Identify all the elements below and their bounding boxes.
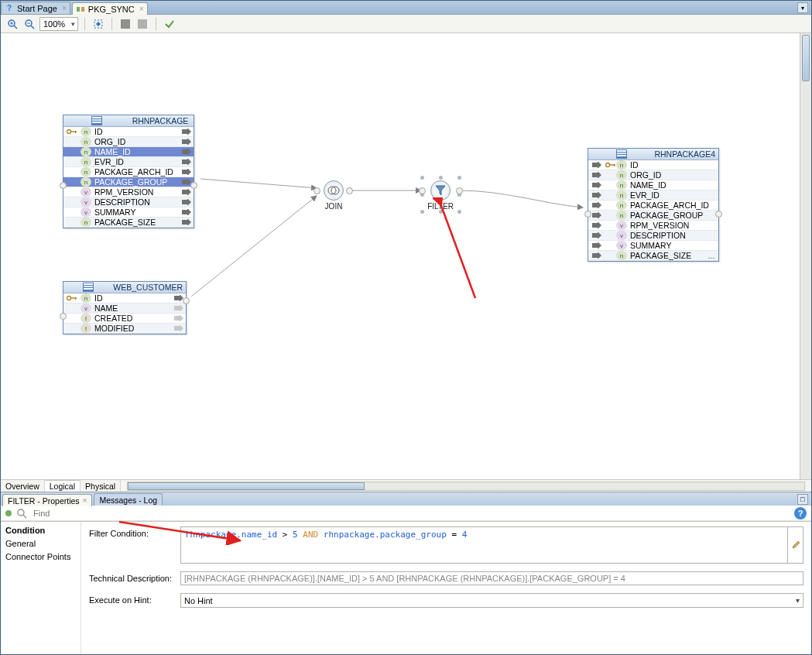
svg-line-7 bbox=[31, 26, 34, 29]
scrollbar-thumb[interactable] bbox=[802, 35, 810, 81]
column-row[interactable]: vDESCRIPTION bbox=[588, 231, 718, 241]
zoom-level-select[interactable]: 100% bbox=[39, 17, 78, 31]
input-arrow-icon bbox=[588, 182, 605, 188]
column-row[interactable]: nPACKAGE_GROUP bbox=[63, 177, 194, 187]
panel-tab-filter-properties[interactable]: FILTER - Properties× bbox=[2, 494, 92, 506]
column-name: EVR_ID bbox=[630, 190, 718, 200]
source-table-rhnpackage[interactable]: RHNPACKAGE nIDnORG_IDnNAME_IDnEVR_IDnPAC… bbox=[63, 115, 194, 228]
input-port[interactable] bbox=[584, 211, 591, 218]
column-row[interactable]: nID bbox=[588, 160, 718, 170]
view-tab-physical[interactable]: Physical bbox=[81, 480, 121, 492]
column-row[interactable]: nPACKAGE_ARCH_ID bbox=[588, 201, 718, 211]
find-input[interactable] bbox=[32, 507, 790, 520]
filter-output-port[interactable] bbox=[456, 187, 463, 194]
svg-rect-22 bbox=[84, 288, 93, 290]
view-tab-overview[interactable]: Overview bbox=[1, 480, 45, 492]
validate-button[interactable] bbox=[163, 17, 176, 31]
column-row[interactable]: nNAME_ID bbox=[63, 147, 194, 157]
column-row[interactable]: tMODIFIED bbox=[63, 324, 186, 334]
column-row[interactable]: nEVR_ID bbox=[588, 190, 718, 201]
datatype-icon: n bbox=[81, 147, 91, 156]
horizontal-scrollbar[interactable] bbox=[127, 482, 805, 491]
input-port[interactable] bbox=[60, 313, 67, 320]
column-row[interactable]: nID bbox=[63, 293, 186, 303]
output-arrow-icon bbox=[180, 149, 194, 155]
table-title: RHNPACKAGE4 bbox=[654, 149, 715, 159]
technical-description-field bbox=[180, 571, 803, 585]
execute-on-hint-select[interactable]: No Hint bbox=[180, 593, 803, 608]
column-row[interactable]: nID bbox=[63, 127, 194, 137]
output-arrow-icon bbox=[172, 305, 186, 311]
vertical-scrollbar[interactable] bbox=[800, 33, 811, 479]
column-row[interactable]: nPACKAGE_SIZE bbox=[63, 218, 194, 228]
input-port[interactable] bbox=[60, 182, 67, 189]
restore-panel-button[interactable]: □ bbox=[797, 494, 808, 505]
category-condition[interactable]: Condition bbox=[5, 525, 76, 536]
column-name: SUMMARY bbox=[630, 241, 718, 250]
output-arrow-icon bbox=[180, 159, 194, 165]
mapping-canvas[interactable]: RHNPACKAGE nIDnORG_IDnNAME_IDnEVR_IDnPAC… bbox=[1, 33, 811, 479]
fit-to-window-button[interactable] bbox=[91, 17, 105, 31]
tab-start-page[interactable]: ? Start Page × bbox=[1, 2, 70, 14]
close-icon[interactable]: × bbox=[139, 5, 144, 13]
datatype-icon: t bbox=[81, 314, 91, 323]
join-output-port[interactable] bbox=[346, 187, 353, 194]
category-general[interactable]: General bbox=[5, 538, 76, 549]
filter-operator[interactable]: FILTER bbox=[425, 180, 456, 211]
column-row[interactable]: vNAME bbox=[63, 303, 186, 314]
tab-list-dropdown[interactable]: ▾ bbox=[797, 2, 808, 13]
zoom-in-button[interactable] bbox=[5, 17, 19, 31]
column-row[interactable]: nORG_ID bbox=[63, 137, 194, 147]
column-list: nIDnORG_IDnNAME_IDnEVR_IDnPACKAGE_ARCH_I… bbox=[588, 160, 718, 261]
column-name: PACKAGE_SIZE bbox=[94, 218, 180, 227]
datatype-icon: t bbox=[81, 324, 91, 333]
column-row[interactable]: nEVR_ID bbox=[63, 157, 194, 167]
view-tab-logical[interactable]: Logical bbox=[45, 480, 81, 492]
column-row[interactable]: nNAME_ID bbox=[588, 180, 718, 190]
join-input-port[interactable] bbox=[313, 187, 320, 194]
help-button[interactable]: ? bbox=[794, 507, 807, 520]
input-arrow-icon bbox=[588, 202, 605, 208]
close-icon[interactable]: × bbox=[62, 4, 67, 12]
output-port[interactable] bbox=[183, 297, 190, 304]
column-row[interactable]: tCREATED bbox=[63, 314, 186, 324]
expression-editor-button[interactable] bbox=[788, 526, 803, 564]
column-row[interactable]: nORG_ID bbox=[588, 170, 718, 180]
expand-all-button[interactable] bbox=[118, 17, 132, 31]
datatype-icon: n bbox=[616, 211, 627, 220]
column-row[interactable]: nPACKAGE_ARCH_ID bbox=[63, 167, 194, 177]
help-icon: ? bbox=[5, 4, 14, 13]
column-row[interactable]: vRPM_VERSION bbox=[63, 187, 194, 197]
more-indicator[interactable]: ... bbox=[704, 251, 718, 260]
column-row[interactable]: nPACKAGE_GROUP bbox=[588, 211, 718, 221]
filter-condition-editor[interactable]: rhnpackage.name_id > 5 AND rhnpackage.pa… bbox=[180, 526, 788, 564]
zoom-out-button[interactable] bbox=[22, 17, 36, 31]
svg-rect-15 bbox=[92, 122, 101, 123]
mapping-icon bbox=[76, 5, 85, 14]
panel-tab-messages-log[interactable]: Messages - Log bbox=[94, 493, 163, 506]
datatype-icon: v bbox=[81, 303, 91, 313]
search-icon bbox=[16, 508, 27, 519]
category-connector-points[interactable]: Connector Points bbox=[5, 551, 76, 562]
input-arrow-icon bbox=[588, 252, 605, 259]
join-operator[interactable]: JOIN bbox=[318, 180, 349, 211]
tab-label: Start Page bbox=[17, 4, 57, 13]
filter-input-port[interactable] bbox=[419, 187, 426, 194]
diagram-view-tabs: Overview Logical Physical bbox=[1, 479, 811, 492]
input-arrow-icon bbox=[588, 222, 605, 228]
table-title: WEB_CUSTOMER bbox=[113, 283, 183, 292]
target-table-rhnpackage4[interactable]: RHNPACKAGE4 nIDnORG_IDnNAME_IDnEVR_IDnPA… bbox=[588, 148, 719, 262]
collapse-all-button[interactable] bbox=[135, 17, 149, 31]
column-row[interactable]: vSUMMARY bbox=[63, 207, 194, 218]
column-row[interactable]: nPACKAGE_SIZE... bbox=[588, 251, 718, 261]
output-port[interactable] bbox=[190, 182, 197, 189]
scrollbar-thumb[interactable] bbox=[128, 482, 365, 490]
column-row[interactable]: vRPM_VERSION bbox=[588, 221, 718, 231]
filter-condition-label: Filter Condition: bbox=[89, 526, 176, 538]
close-icon[interactable]: × bbox=[83, 496, 87, 505]
column-row[interactable]: vSUMMARY bbox=[588, 241, 718, 251]
output-port[interactable] bbox=[715, 211, 722, 218]
source-table-web-customer[interactable]: WEB_CUSTOMER nIDvNAMEtCREATEDtMODIFIED bbox=[63, 281, 187, 334]
tab-pkg-sync[interactable]: PKG_SYNC × bbox=[72, 2, 148, 15]
column-row[interactable]: vDESCRIPTION bbox=[63, 197, 194, 207]
